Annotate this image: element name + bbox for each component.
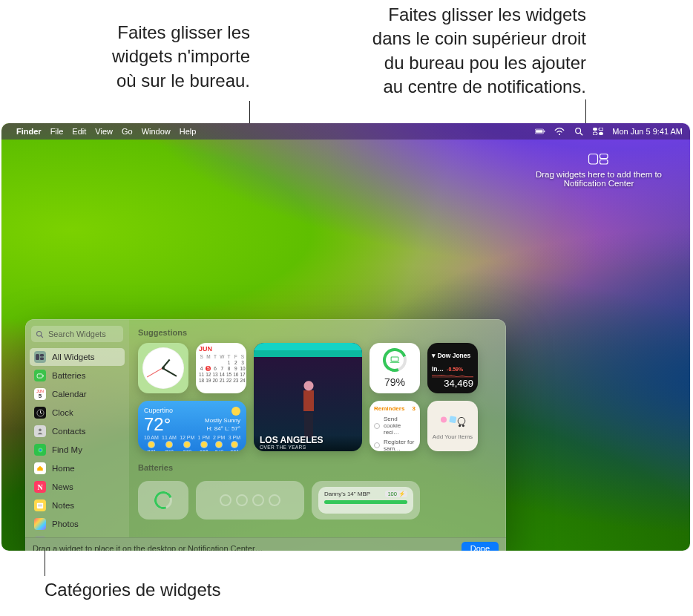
freeform-label: Add Your Items xyxy=(433,433,473,440)
category-label: News xyxy=(52,482,73,491)
battery-status-icon[interactable] xyxy=(535,128,545,135)
search-icon xyxy=(36,330,44,338)
wifi-icon[interactable] xyxy=(554,128,565,136)
menubar-status: Mon Jun 5 9:41 AM xyxy=(535,127,683,136)
calendar-month: JUN xyxy=(199,345,243,353)
callout-right: Faites glisser les widgets dans le coin … xyxy=(326,3,586,99)
battery-tile-multi[interactable] xyxy=(196,481,304,520)
widget-weather[interactable]: Cupertino 72° Mostly Sunny H: 84° L: 57° xyxy=(138,401,246,451)
menubar-item-window[interactable]: Window xyxy=(142,127,171,136)
menubar-clock[interactable]: Mon Jun 5 9:41 AM xyxy=(612,127,683,136)
battery-tile-bar[interactable]: Danny's 14" MBP100 ⚡ xyxy=(312,481,420,520)
dow: S xyxy=(240,354,245,359)
widget-battery[interactable]: 79% xyxy=(370,343,420,393)
svg-rect-30 xyxy=(391,357,398,361)
category-home[interactable]: Home xyxy=(30,459,125,477)
desktop-screenshot: Finder File Edit View Go Window Help Mon… xyxy=(1,123,690,551)
menubar-item-edit[interactable]: Edit xyxy=(72,127,86,136)
control-center-icon[interactable] xyxy=(593,128,603,135)
svg-rect-18 xyxy=(37,373,42,377)
svg-point-26 xyxy=(39,449,42,451)
menubar-item-file[interactable]: File xyxy=(50,127,64,136)
category-podcasts[interactable]: Podcasts xyxy=(30,534,125,537)
search-placeholder: Search Widgets xyxy=(48,330,106,338)
widget-photos-memory[interactable]: LOS ANGELES OVER THE YEARS xyxy=(254,343,362,451)
svg-rect-9 xyxy=(599,132,603,135)
notification-center-drop-hint: Drag widgets here to add them to Notific… xyxy=(521,153,677,188)
category-notes[interactable]: Notes xyxy=(30,497,125,514)
photos-icon xyxy=(34,518,46,530)
nc-hint-text: Drag widgets here to add them to Notific… xyxy=(536,170,662,188)
weather-sun-icon xyxy=(231,407,240,416)
section-batteries-header: Batteries xyxy=(138,463,497,472)
widget-gallery-window: Search Widgets All Widgets Batteries JUN… xyxy=(25,319,506,551)
category-label: Notes xyxy=(52,501,74,510)
news-icon: N xyxy=(34,481,46,493)
menubar-item-go[interactable]: Go xyxy=(122,127,133,136)
reminder-text: Register for sam… xyxy=(384,439,416,451)
callout-left: Faites glisser les widgets n'importe où … xyxy=(78,21,250,93)
callout-bottom: Catégories de widgets xyxy=(45,580,220,600)
category-label: All Widgets xyxy=(52,353,95,361)
freeform-doodle-icon xyxy=(438,413,467,430)
widget-reminders[interactable]: Reminders3 Send cookie reci… Register fo… xyxy=(370,401,420,451)
svg-rect-34 xyxy=(449,416,456,423)
podcasts-icon xyxy=(34,537,46,537)
category-photos[interactable]: Photos xyxy=(30,515,125,533)
category-batteries[interactable]: Batteries xyxy=(30,367,125,384)
widget-stocks[interactable]: ▾ Dow Jones In…-0.59% 34,469 xyxy=(427,343,478,393)
hour-time: 11 AM xyxy=(162,435,177,440)
done-button[interactable]: Done xyxy=(462,542,499,551)
search-widgets-field[interactable]: Search Widgets xyxy=(31,326,123,342)
widget-clock[interactable] xyxy=(138,343,188,393)
menubar-item-help[interactable]: Help xyxy=(180,127,197,136)
category-list: All Widgets Batteries JUN5Calendar Clock… xyxy=(30,348,125,537)
category-contacts[interactable]: Contacts xyxy=(30,422,125,440)
svg-point-37 xyxy=(462,425,464,427)
svg-point-23 xyxy=(39,429,42,432)
battery-tile-single[interactable] xyxy=(138,481,188,520)
dow: T xyxy=(212,354,217,359)
battery-ring xyxy=(383,348,407,372)
home-icon xyxy=(34,462,46,474)
category-calendar[interactable]: JUN5Calendar xyxy=(30,385,125,403)
hour-temp: 83° xyxy=(230,449,238,451)
svg-point-13 xyxy=(37,331,42,335)
svg-rect-8 xyxy=(593,132,597,135)
category-find-my[interactable]: Find My xyxy=(30,441,125,459)
category-all-widgets[interactable]: All Widgets xyxy=(30,348,125,366)
category-clock[interactable]: Clock xyxy=(30,404,125,422)
category-news[interactable]: NNews xyxy=(30,478,125,496)
dow: S xyxy=(199,354,204,359)
reminder-text: Send cookie reci… xyxy=(384,416,416,436)
hour-temp: 80° xyxy=(183,449,191,451)
calendar-icon: JUN5 xyxy=(34,388,46,400)
menubar-item-view[interactable]: View xyxy=(95,127,113,136)
widget-freeform[interactable]: Add Your Items xyxy=(427,401,478,451)
menubar-menus: Finder File Edit View Go Window Help xyxy=(16,127,196,136)
svg-point-36 xyxy=(459,425,461,427)
dow: W xyxy=(220,354,225,359)
widget-gallery-sidebar: Search Widgets All Widgets Batteries JUN… xyxy=(25,319,129,537)
dow: M xyxy=(206,354,211,359)
widget-calendar[interactable]: JUN SMTWTFS 123 45678910 11121314151617 … xyxy=(196,343,246,393)
battery-bar-card: Danny's 14" MBP100 ⚡ xyxy=(318,487,413,514)
category-label: Find My xyxy=(52,445,82,454)
battery-device-name: Danny's 14" MBP xyxy=(324,491,370,497)
footer-hint: Drag a widget to place it on the desktop… xyxy=(33,544,263,551)
section-suggestions-header: Suggestions xyxy=(138,328,497,337)
category-label: Photos xyxy=(52,520,79,528)
svg-point-33 xyxy=(441,416,447,422)
weather-hilo: H: 84° L: 57° xyxy=(206,425,240,432)
hour-temp: 83° xyxy=(200,449,208,451)
photo-person xyxy=(297,380,321,438)
category-label: Clock xyxy=(52,408,73,417)
spotlight-icon[interactable] xyxy=(574,127,584,136)
hour-temp: 84° xyxy=(215,449,223,451)
menubar-app-name[interactable]: Finder xyxy=(16,127,42,136)
reminder-item: Send cookie reci… xyxy=(374,414,416,437)
contacts-icon xyxy=(34,425,46,437)
menubar: Finder File Edit View Go Window Help Mon… xyxy=(1,123,690,140)
notes-icon xyxy=(34,499,46,511)
weather-hourly: 10 AM72° 11 AM76° 12 PM80° 1 PM83° 2 PM8… xyxy=(144,435,240,451)
